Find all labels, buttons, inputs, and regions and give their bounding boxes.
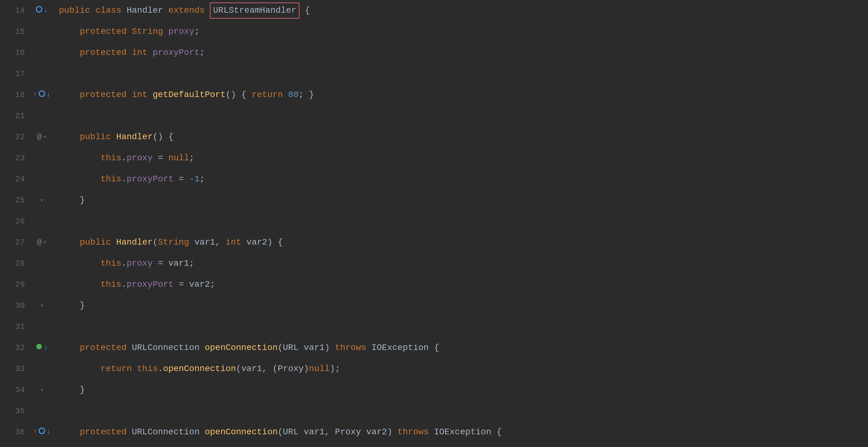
class-decl-token: Handler bbox=[126, 4, 168, 17]
line-number: 28 bbox=[0, 257, 31, 270]
method-name-token: openConnection bbox=[163, 362, 236, 375]
breakpoint-circle-icon[interactable] bbox=[36, 4, 42, 17]
paren-token: ) bbox=[267, 235, 278, 249]
collapse-end-icon[interactable]: ▾ bbox=[40, 196, 44, 205]
kw-type-token: int bbox=[226, 235, 246, 249]
kw-access-token: public bbox=[80, 235, 116, 249]
navigate-down-icon[interactable]: ↓ bbox=[46, 90, 51, 100]
kw-this-token: this bbox=[100, 151, 121, 165]
method-name-token: Handler bbox=[116, 130, 153, 143]
code-line: 26 bbox=[0, 211, 868, 232]
code-line: 28 this.proxy = var1; bbox=[0, 253, 868, 274]
paren-token: , ( bbox=[262, 362, 277, 375]
kw-extends-token: extends bbox=[168, 4, 210, 17]
kw-throws-token: throws bbox=[397, 425, 434, 439]
kw-return-token: return bbox=[100, 362, 137, 375]
kw-type-token: int bbox=[132, 88, 153, 101]
paren-token: , bbox=[215, 235, 226, 249]
line-number: 29 bbox=[0, 278, 31, 291]
param-name-token: var1 bbox=[168, 257, 189, 270]
operator-token: ; bbox=[189, 151, 194, 165]
operator-token: = bbox=[153, 257, 168, 270]
brace-token: { bbox=[278, 235, 283, 249]
code-line: 35 bbox=[0, 401, 868, 422]
number-lit-token: -1 bbox=[189, 172, 199, 186]
operator-token: = bbox=[174, 172, 189, 186]
kw-type-token: String bbox=[132, 25, 168, 38]
gutter-icons: @▾ bbox=[31, 236, 53, 249]
param-name-token: var2 bbox=[366, 425, 387, 439]
navigate-up-icon[interactable]: ↑ bbox=[33, 90, 37, 100]
line-number: 21 bbox=[0, 110, 31, 122]
code-content: return this.openConnection(var1, (Proxy)… bbox=[53, 362, 868, 375]
brace-token: } bbox=[80, 299, 85, 312]
brace-token: } bbox=[80, 193, 85, 207]
method-name-token: openConnection bbox=[205, 425, 278, 439]
gutter-icons: ↓ bbox=[31, 341, 53, 354]
line-number: 32 bbox=[0, 342, 31, 354]
brace-token: { bbox=[300, 4, 310, 17]
implement-circle-icon[interactable] bbox=[36, 341, 42, 354]
code-line: 14↓public class Handler extends URLStrea… bbox=[0, 0, 868, 21]
paren-token: ( bbox=[236, 362, 241, 375]
code-content: } bbox=[53, 193, 868, 207]
line-number: 25 bbox=[0, 194, 31, 206]
line-number: 30 bbox=[0, 299, 31, 312]
param-name-token: var1 bbox=[304, 341, 324, 354]
code-line: 37 return new HttpURLConnection(var1, va… bbox=[0, 443, 868, 447]
breakpoint-circle-icon[interactable] bbox=[38, 425, 45, 439]
kw-return-token: return bbox=[252, 88, 288, 101]
code-line: 22@▾ public Handler() { bbox=[0, 126, 868, 148]
kw-this-token: this bbox=[100, 172, 121, 186]
code-line: 17 bbox=[0, 63, 868, 84]
code-line: 24 this.proxyPort = -1; bbox=[0, 169, 868, 190]
kw-access-token: protected bbox=[80, 46, 132, 59]
annotation-icon: @ bbox=[37, 131, 42, 143]
collapse-icon[interactable]: ▾ bbox=[43, 237, 47, 247]
operator-token: . bbox=[122, 172, 127, 186]
line-number: 22 bbox=[0, 131, 31, 143]
gutter-icons: ↑↓ bbox=[31, 425, 53, 439]
code-content: this.proxy = var1; bbox=[53, 257, 868, 270]
operator-token: ; bbox=[189, 257, 194, 270]
navigate-down-icon[interactable]: ↓ bbox=[44, 7, 48, 14]
code-content: protected int getDefaultPort() { return … bbox=[53, 88, 868, 101]
paren-token: () bbox=[153, 130, 168, 143]
class-ref-token: URL bbox=[283, 425, 304, 439]
navigate-down-icon[interactable]: ↓ bbox=[44, 343, 48, 353]
line-number: 34 bbox=[0, 384, 31, 396]
brace-token: { bbox=[434, 341, 439, 354]
code-content: public Handler(String var1, int var2) { bbox=[53, 235, 868, 249]
operator-token: . bbox=[122, 151, 127, 165]
paren-token: ); bbox=[330, 362, 340, 375]
brace-token: { bbox=[241, 88, 252, 101]
line-number: 18 bbox=[0, 89, 31, 101]
code-content: public Handler() { bbox=[53, 130, 868, 143]
code-line: 15 protected String proxy; bbox=[0, 21, 868, 42]
collapse-end-icon[interactable]: ▾ bbox=[40, 301, 44, 311]
param-name-token: var2 bbox=[189, 278, 210, 291]
operator-token: . bbox=[158, 362, 163, 375]
code-content: protected int proxyPort; bbox=[53, 46, 868, 59]
param-name-token: var1 bbox=[304, 425, 324, 439]
code-line: 18↑↓ protected int getDefaultPort() { re… bbox=[0, 84, 868, 105]
line-number: 16 bbox=[0, 46, 31, 59]
gutter-icons: ▾ bbox=[31, 301, 53, 311]
paren-token: ) bbox=[387, 425, 398, 439]
kw-null-token: null bbox=[168, 151, 189, 165]
breakpoint-circle-icon[interactable] bbox=[38, 88, 45, 101]
navigate-up-icon[interactable]: ↑ bbox=[33, 427, 37, 437]
code-line: 21 bbox=[0, 105, 868, 126]
line-number: 36 bbox=[0, 426, 31, 438]
class-ref-token: IOException bbox=[371, 341, 434, 354]
code-line: 16 protected int proxyPort; bbox=[0, 42, 868, 63]
code-content: } bbox=[53, 383, 868, 396]
collapse-end-icon[interactable]: ▾ bbox=[40, 385, 44, 395]
code-line: 27@▾ public Handler(String var1, int var… bbox=[0, 232, 868, 253]
class-ref-token: URL bbox=[283, 341, 304, 354]
kw-this-token: this bbox=[100, 257, 121, 270]
collapse-icon[interactable]: ▾ bbox=[43, 132, 47, 142]
kw-this-token: this bbox=[100, 278, 121, 291]
line-number: 27 bbox=[0, 236, 31, 249]
navigate-down-icon[interactable]: ↓ bbox=[46, 427, 51, 437]
